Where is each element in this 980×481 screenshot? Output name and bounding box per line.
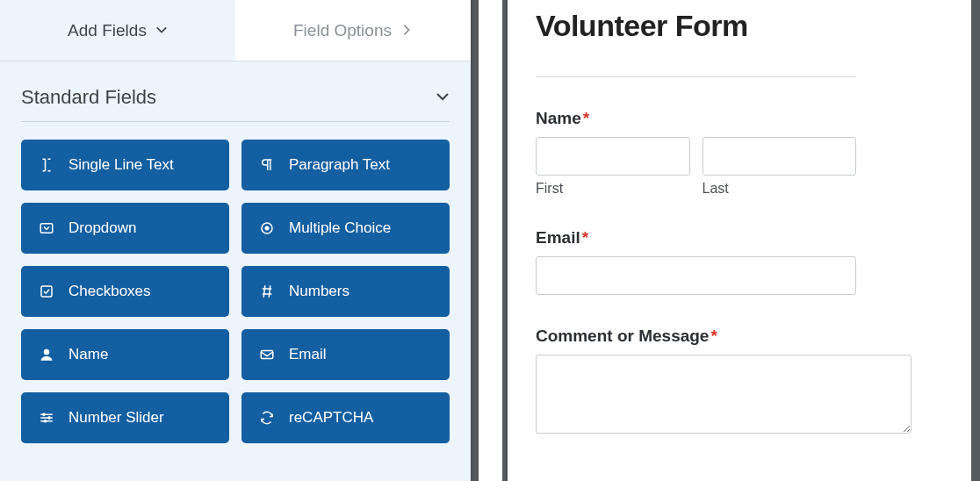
chevron-down-icon	[155, 21, 168, 40]
form-preview-panel: Volunteer Form Name* First Last Email* C…	[508, 0, 980, 481]
panel-divider[interactable]	[471, 0, 508, 481]
field-number-slider[interactable]: Number Slider	[21, 392, 229, 443]
tabs-row: Add Fields Field Options	[0, 0, 471, 61]
email-label: Email*	[536, 228, 936, 248]
svg-rect-5	[261, 351, 273, 359]
field-label: Single Line Text	[68, 156, 174, 174]
field-label: Checkboxes	[68, 283, 151, 300]
field-numbers[interactable]: Numbers	[241, 266, 450, 317]
svg-rect-0	[40, 224, 53, 233]
paragraph-icon	[257, 157, 277, 173]
chevron-right-icon	[400, 21, 413, 40]
tab-field-options-label: Field Options	[293, 21, 392, 40]
radio-icon	[257, 220, 277, 236]
text-cursor-icon	[37, 157, 56, 173]
field-name[interactable]: Name	[21, 329, 229, 380]
field-checkboxes[interactable]: Checkboxes	[21, 266, 229, 317]
form-title: Volunteer Form	[536, 9, 936, 43]
svg-point-2	[265, 226, 270, 231]
comment-textarea[interactable]	[536, 355, 912, 434]
field-label: Numbers	[289, 283, 349, 300]
svg-point-4	[44, 349, 49, 355]
required-asterisk: *	[710, 327, 717, 345]
field-multiple-choice[interactable]: Multiple Choice	[241, 203, 450, 254]
section-header[interactable]: Standard Fields	[0, 61, 471, 121]
label-text: Name	[536, 109, 581, 127]
tab-add-fields-label: Add Fields	[68, 21, 147, 40]
form-field-name: Name* First Last	[536, 109, 936, 197]
hashtag-icon	[257, 284, 277, 299]
field-single-line-text[interactable]: Single Line Text	[21, 140, 229, 190]
field-label: Email	[289, 346, 327, 363]
svg-point-6	[43, 413, 46, 416]
divider	[21, 121, 450, 122]
field-label: Name	[68, 346, 108, 363]
section-title: Standard Fields	[21, 86, 156, 109]
field-email[interactable]: Email	[241, 329, 450, 380]
last-name-input[interactable]	[703, 137, 857, 176]
checkbox-icon	[37, 284, 56, 299]
field-dropdown[interactable]: Dropdown	[21, 203, 229, 254]
label-text: Email	[536, 228, 580, 247]
left-panel: Add Fields Field Options Standard Fields…	[0, 0, 471, 481]
field-label: Number Slider	[68, 409, 164, 427]
field-paragraph-text[interactable]: Paragraph Text	[241, 140, 450, 190]
envelope-icon	[257, 347, 277, 363]
field-label: Multiple Choice	[289, 219, 391, 237]
dropdown-icon	[37, 220, 56, 236]
svg-point-8	[44, 420, 47, 422]
name-inputs-row: First Last	[536, 137, 856, 197]
user-icon	[37, 347, 56, 363]
divider	[536, 76, 856, 77]
field-label: reCAPTCHA	[289, 409, 373, 427]
name-label: Name*	[536, 109, 936, 128]
tab-add-fields[interactable]: Add Fields	[0, 0, 235, 61]
fields-grid: Single Line Text Paragraph Text Dropdown…	[0, 140, 471, 464]
chevron-down-icon	[436, 86, 450, 109]
last-name-group: Last	[703, 137, 857, 197]
field-recaptcha[interactable]: reCAPTCHA	[241, 392, 450, 443]
required-asterisk: *	[583, 109, 589, 127]
field-label: Paragraph Text	[289, 156, 390, 174]
svg-point-7	[48, 417, 51, 420]
first-sublabel: First	[536, 181, 690, 197]
field-label: Dropdown	[68, 219, 137, 237]
required-asterisk: *	[582, 228, 588, 247]
first-name-input[interactable]	[536, 137, 690, 176]
svg-rect-3	[41, 286, 52, 297]
recaptcha-icon	[257, 410, 277, 426]
tab-field-options[interactable]: Field Options	[235, 0, 471, 61]
first-name-group: First	[536, 137, 690, 197]
form-field-comment: Comment or Message*	[536, 327, 936, 437]
last-sublabel: Last	[703, 181, 857, 197]
sliders-icon	[37, 410, 56, 426]
label-text: Comment or Message	[536, 327, 709, 345]
form-field-email: Email*	[536, 228, 936, 295]
comment-label: Comment or Message*	[536, 327, 936, 346]
email-input[interactable]	[536, 256, 856, 295]
